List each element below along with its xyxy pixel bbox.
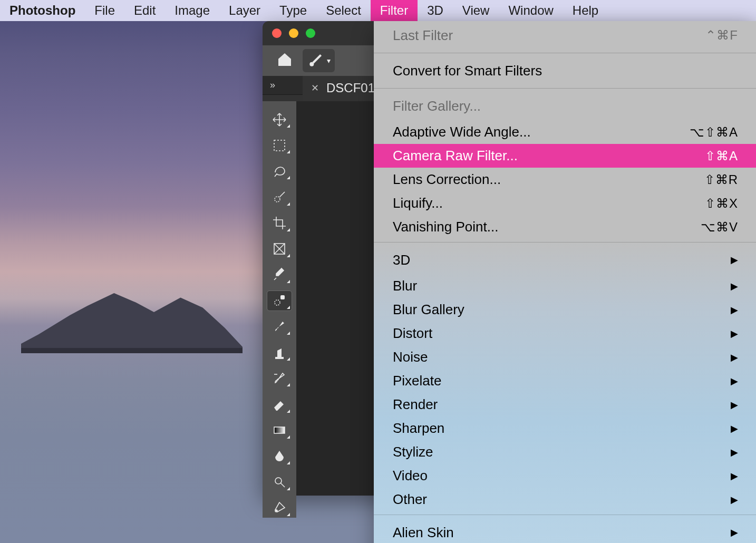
- menu-item-shortcut: ⇧⌘A: [705, 149, 738, 163]
- menu-item-shortcut: ⌥⌘V: [701, 220, 738, 235]
- menu-3d[interactable]: 3D: [418, 0, 453, 21]
- submenu-arrow-icon: ▶: [731, 470, 738, 482]
- submenu-arrow-icon: ▶: [731, 280, 738, 292]
- menu-separator: [374, 53, 756, 53]
- menu-item-sharpen[interactable]: Sharpen▶: [374, 416, 756, 440]
- menu-item-label: Vanishing Point...: [393, 219, 498, 235]
- menu-window[interactable]: Window: [499, 0, 563, 21]
- coastline: [21, 348, 243, 353]
- background-photo: [0, 0, 264, 490]
- menu-item-liquify[interactable]: Liquify...⇧⌘X: [374, 191, 756, 215]
- menu-item-label: Video: [393, 468, 428, 484]
- submenu-arrow-icon: ▶: [731, 375, 738, 387]
- submenu-arrow-icon: ▶: [731, 527, 738, 538]
- crop-tool[interactable]: [267, 214, 292, 233]
- menu-image[interactable]: Image: [165, 0, 219, 21]
- menu-item-blur-gallery[interactable]: Blur Gallery▶: [374, 298, 756, 322]
- menu-item-distort[interactable]: Distort▶: [374, 322, 756, 345]
- svg-point-4: [275, 300, 280, 305]
- menu-edit[interactable]: Edit: [124, 0, 165, 21]
- menu-item-pixelate[interactable]: Pixelate▶: [374, 369, 756, 393]
- menu-type[interactable]: Type: [270, 0, 316, 21]
- menu-item-label: Noise: [393, 349, 428, 365]
- menu-help[interactable]: Help: [563, 0, 608, 21]
- island-silhouette: [21, 290, 243, 353]
- tool-preset-picker[interactable]: ▾: [303, 49, 335, 72]
- menu-item-label: 3D: [393, 252, 410, 268]
- submenu-arrow-icon: ▶: [731, 352, 738, 363]
- submenu-arrow-icon: ▶: [731, 304, 738, 316]
- svg-point-8: [275, 510, 277, 512]
- menu-item-shortcut: ⌃⌘F: [705, 28, 738, 43]
- healing-brush-tool[interactable]: [267, 291, 292, 311]
- menu-item-filter-gallery: Filter Gallery...: [374, 92, 756, 120]
- menu-item-alien-skin[interactable]: Alien Skin▶: [374, 518, 756, 543]
- menu-item-adaptive-wide-angle[interactable]: Adaptive Wide Angle...⌥⇧⌘A: [374, 120, 756, 144]
- gradient-tool[interactable]: [267, 421, 292, 440]
- menu-item-shortcut: ⌥⇧⌘A: [690, 125, 738, 140]
- menu-item-other[interactable]: Other▶: [374, 488, 756, 511]
- menu-item-noise[interactable]: Noise▶: [374, 345, 756, 369]
- menu-item-convert-for-smart-filters[interactable]: Convert for Smart Filters: [374, 56, 756, 85]
- menu-item-label: Blur: [393, 278, 417, 294]
- submenu-arrow-icon: ▶: [731, 254, 738, 266]
- quick-select-tool[interactable]: [267, 187, 292, 207]
- menu-item-camera-raw-filter[interactable]: Camera Raw Filter...⇧⌘A: [374, 144, 756, 168]
- svg-rect-6: [274, 427, 285, 433]
- menu-item-render[interactable]: Render▶: [374, 393, 756, 416]
- pen-tool[interactable]: [267, 498, 292, 518]
- clone-stamp-tool[interactable]: [267, 343, 292, 362]
- close-tab-icon[interactable]: ✕: [311, 82, 319, 94]
- eyedropper-tool[interactable]: [267, 265, 292, 285]
- menu-item-label: Blur Gallery: [393, 302, 464, 318]
- tool-strip: [263, 101, 296, 518]
- frame-tool[interactable]: [267, 239, 292, 259]
- menu-item-last-filter: Last Filter⌃⌘F: [374, 21, 756, 50]
- close-window-button[interactable]: [272, 28, 282, 38]
- menu-item-label: Adaptive Wide Angle...: [393, 124, 531, 140]
- menu-view[interactable]: View: [453, 0, 499, 21]
- menu-item-lens-correction[interactable]: Lens Correction...⇧⌘R: [374, 168, 756, 191]
- zoom-window-button[interactable]: [306, 28, 315, 38]
- home-icon[interactable]: [276, 51, 293, 70]
- menu-item-label: Sharpen: [393, 420, 444, 437]
- menu-item-stylize[interactable]: Stylize▶: [374, 440, 756, 464]
- brush-tool[interactable]: [267, 317, 292, 336]
- menu-item-vanishing-point[interactable]: Vanishing Point...⌥⌘V: [374, 215, 756, 239]
- menu-item-label: Alien Skin: [393, 525, 454, 541]
- move-tool[interactable]: [267, 110, 292, 129]
- menu-item-shortcut: ⇧⌘R: [704, 172, 738, 187]
- menu-separator: [374, 515, 756, 515]
- menu-item-label: Render: [393, 396, 438, 413]
- filter-menu-dropdown: Last Filter⌃⌘FConvert for Smart FiltersF…: [374, 21, 756, 543]
- submenu-arrow-icon: ▶: [731, 447, 738, 458]
- menu-select[interactable]: Select: [316, 0, 371, 21]
- menu-item-3d[interactable]: 3D▶: [374, 246, 756, 274]
- svg-rect-1: [274, 140, 285, 151]
- menu-item-label: Filter Gallery...: [393, 98, 481, 114]
- dodge-tool[interactable]: [267, 472, 292, 492]
- menu-separator: [374, 88, 756, 89]
- window-controls: [272, 28, 315, 38]
- menu-item-label: Pixelate: [393, 373, 442, 389]
- eraser-tool[interactable]: [267, 394, 292, 414]
- app-name[interactable]: Photoshop: [0, 3, 85, 18]
- minimize-window-button[interactable]: [289, 28, 298, 38]
- menu-item-video[interactable]: Video▶: [374, 464, 756, 488]
- history-brush-tool[interactable]: [267, 369, 292, 388]
- submenu-arrow-icon: ▶: [731, 423, 738, 434]
- menu-item-shortcut: ⇧⌘X: [705, 196, 738, 211]
- expand-panels-icon[interactable]: »: [263, 80, 283, 91]
- menu-item-blur[interactable]: Blur▶: [374, 274, 756, 298]
- menu-item-label: Stylize: [393, 444, 433, 460]
- menu-item-label: Distort: [393, 325, 432, 342]
- mac-menubar: Photoshop FileEditImageLayerTypeSelectFi…: [0, 0, 756, 21]
- menu-file[interactable]: File: [85, 0, 124, 21]
- menu-item-label: Liquify...: [393, 195, 443, 211]
- marquee-tool[interactable]: [267, 135, 292, 155]
- menu-layer[interactable]: Layer: [219, 0, 270, 21]
- lasso-tool[interactable]: [267, 161, 292, 181]
- blur-tool[interactable]: [267, 447, 292, 466]
- menu-item-label: Lens Correction...: [393, 171, 501, 188]
- menu-filter[interactable]: Filter: [371, 0, 418, 21]
